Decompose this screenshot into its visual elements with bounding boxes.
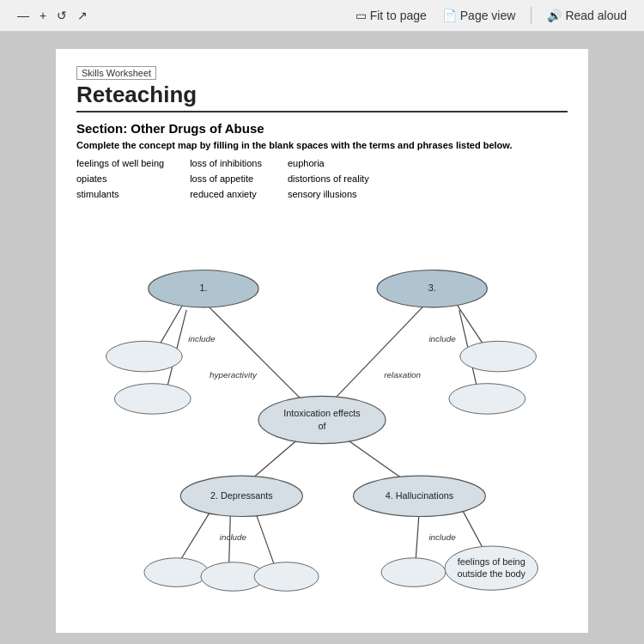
include-label-3: include — [220, 532, 247, 542]
node3-text: 3. — [428, 283, 436, 293]
read-aloud-icon: 🔊 — [547, 9, 562, 22]
left-oval-2 — [114, 384, 191, 415]
undo-button[interactable]: ↺ — [57, 9, 67, 22]
relaxation-label: relaxation — [384, 370, 421, 380]
node4-text: 4. Hallucinations — [386, 490, 454, 501]
toolbar-left: — + ↺ ↗ — [17, 9, 88, 22]
right-oval-1 — [460, 342, 537, 373]
center-text-2: of — [318, 421, 326, 431]
toolbar: — + ↺ ↗ ▭ Fit to page 📄 Page view 🔊 Read… — [0, 0, 644, 32]
hyperactivity-label: hyperactivity — [210, 370, 258, 380]
feelings-outside-text-2: outside the body — [458, 569, 526, 580]
zoom-out-button[interactable]: — — [17, 9, 29, 22]
instructions: Complete the concept map by filling in t… — [76, 139, 568, 152]
expand-button[interactable]: ↗ — [77, 9, 88, 22]
read-aloud-button[interactable]: 🔊 Read aloud — [547, 9, 627, 22]
include-label-2: include — [428, 335, 456, 344]
toolbar-divider — [531, 7, 532, 24]
left-oval-1 — [106, 342, 183, 373]
fit-to-page-button[interactable]: ▭ Fit to page — [355, 9, 427, 22]
section-title: Section: Other Drugs of Abuse — [76, 121, 568, 136]
diagram-svg: 1. 3. include hyperactivity include rela… — [76, 214, 568, 633]
page-view-icon: 📄 — [442, 9, 457, 22]
word-col-2: loss of inhibitions loss of appetite red… — [190, 156, 262, 202]
connector-3-center — [331, 297, 432, 403]
feelings-outside-text-1: feelings of being — [458, 556, 526, 567]
page-view-button[interactable]: 📄 Page view — [442, 9, 516, 22]
connector-b3-node2 — [254, 509, 276, 568]
page-title: Reteaching — [76, 82, 568, 112]
undo-icon: ↺ — [57, 9, 67, 22]
connector-b1-node2 — [178, 509, 211, 564]
document-page: Skills Worksheet Reteaching Section: Oth… — [56, 49, 588, 633]
content-area: Skills Worksheet Reteaching Section: Oth… — [0, 32, 644, 644]
word-col-1: feelings of well being opiates stimulant… — [76, 156, 164, 202]
fit-to-page-icon: ▭ — [355, 9, 367, 22]
bottom-oval-3 — [254, 562, 319, 592]
word-bank: feelings of well being opiates stimulant… — [76, 156, 568, 202]
zoom-in-button[interactable]: + — [39, 9, 46, 22]
include-label-1: include — [188, 335, 216, 344]
skills-label: Skills Worksheet — [76, 66, 156, 80]
connector-1-center — [199, 297, 305, 403]
node2-text: 2. Depressants — [210, 490, 273, 501]
expand-icon: ↗ — [77, 9, 88, 22]
node1-text: 1. — [199, 283, 207, 293]
concept-map: 1. 3. include hyperactivity include rela… — [76, 214, 568, 633]
bottom-oval-1 — [144, 558, 209, 587]
include-label-4: include — [428, 532, 456, 542]
right-oval-2 — [449, 384, 526, 415]
center-text-1: Intoxication effects — [283, 408, 361, 418]
word-col-3: euphoria distortions of reality sensory … — [288, 156, 369, 202]
bottom-oval-4 — [381, 558, 446, 587]
